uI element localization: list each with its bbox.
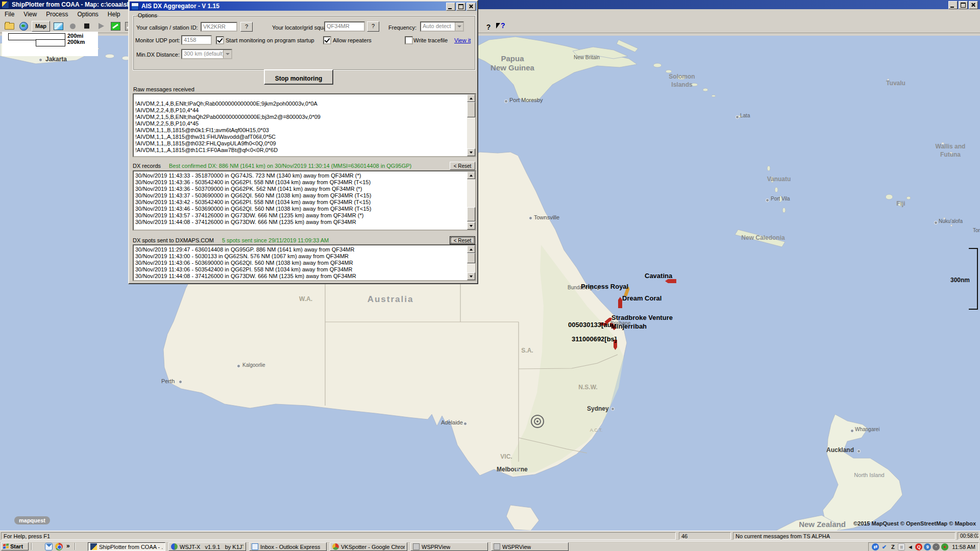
dx-spots-box[interactable]: 30/Nov/2019 11:29:47 - 636014408 in QG95… bbox=[133, 244, 476, 281]
menu-item-file[interactable]: File bbox=[0, 10, 19, 19]
allow-repeaters-checkbox[interactable] bbox=[323, 36, 331, 44]
taskbar-button-wsjtx[interactable]: WSJT-X v1.9.1 by K1JT bbox=[168, 542, 246, 551]
scroll-down-icon[interactable] bbox=[467, 272, 475, 280]
menu-item-options[interactable]: Options bbox=[73, 10, 103, 19]
dialog-minimize-button[interactable] bbox=[446, 3, 455, 11]
taskbar-button-shipplotter[interactable]: ShipPlotter from COAA - ... bbox=[88, 542, 165, 551]
options-legend: Options bbox=[136, 12, 159, 18]
globe-button[interactable] bbox=[17, 21, 30, 32]
city-dot bbox=[766, 198, 769, 202]
context-help-button[interactable]: ? bbox=[496, 21, 505, 30]
taskbar-button-wspr-5[interactable]: WSPRView bbox=[491, 542, 569, 551]
scroll-up-icon[interactable] bbox=[467, 245, 475, 253]
internet-explorer-icon[interactable] bbox=[35, 543, 42, 550]
quicktime-icon[interactable]: Q bbox=[915, 543, 922, 550]
city-dot bbox=[934, 221, 938, 224]
udp-port-input[interactable]: 4158 bbox=[181, 35, 212, 45]
raw-messages-list: !AIVDM,2,1,4,B,ENlt;IPaQh;Rab00000000000… bbox=[134, 94, 475, 154]
play-button[interactable] bbox=[95, 21, 107, 32]
map-label-jakarta: Jakarta bbox=[45, 56, 67, 63]
write-tracefile-checkbox[interactable] bbox=[405, 36, 413, 44]
dialog-maximize-button[interactable] bbox=[456, 3, 465, 11]
chrome-icon[interactable] bbox=[55, 543, 63, 550]
chrome-icon bbox=[332, 543, 339, 550]
dialog-close-button[interactable] bbox=[467, 3, 476, 11]
scroll-up-icon[interactable] bbox=[467, 94, 475, 102]
locator-help-button[interactable]: ? bbox=[367, 21, 379, 32]
ais-dx-aggregator-dialog: AIS DX Aggregator - V 1.15 Options Your … bbox=[128, 0, 478, 284]
dx-records-box[interactable]: 30/Nov/2019 11:43:33 - 351870000 in QG74… bbox=[133, 170, 476, 231]
map-scale-widget: 200mi 200km bbox=[2, 32, 98, 56]
start-button[interactable]: Start bbox=[1, 542, 29, 550]
scroll-down-icon[interactable] bbox=[467, 148, 475, 156]
stop-icon bbox=[84, 23, 89, 29]
map-label-north-island: North Island bbox=[854, 472, 884, 478]
map-label-lata: Lata bbox=[740, 113, 750, 118]
raw-messages-box[interactable]: !AIVDM,2,1,4,B,ENlt;IPaQh;Rab00000000000… bbox=[133, 93, 476, 157]
min-dx-select[interactable]: 300 km (default) bbox=[181, 49, 232, 59]
taskbar-button-label: Inbox - Outlook Express bbox=[260, 544, 320, 550]
taskbar-button-outlook[interactable]: Inbox - Outlook Express bbox=[249, 542, 327, 551]
menu-item-process[interactable]: Process bbox=[41, 10, 72, 19]
scrollbar[interactable] bbox=[467, 171, 475, 230]
map-label-whangarei: Whangarei bbox=[855, 427, 879, 432]
taskbar-button-wspr-4[interactable]: WSPRView bbox=[410, 542, 488, 551]
notes-icon[interactable]: ≡ bbox=[898, 543, 905, 550]
menu-item-view[interactable]: View bbox=[19, 10, 41, 19]
scrollbar-thumb[interactable] bbox=[467, 102, 475, 117]
scrollbar[interactable] bbox=[467, 245, 475, 280]
chart-view-button[interactable] bbox=[52, 21, 64, 32]
locator-input[interactable]: QF34MR bbox=[324, 21, 365, 32]
raw-message-line: !AIVDM,1,1,,A,1815@thw31:FHUWavodd@afT06… bbox=[134, 134, 475, 140]
start-monitoring-checkbox[interactable] bbox=[216, 36, 224, 44]
map-label-vanuatu: Vanuatu bbox=[767, 176, 791, 183]
antivirus-icon[interactable]: ● bbox=[941, 543, 948, 550]
volume-icon[interactable]: ◄ bbox=[906, 543, 914, 550]
network-icon[interactable]: 9 bbox=[924, 543, 931, 550]
chevron-down-icon[interactable] bbox=[223, 50, 231, 58]
scroll-down-icon[interactable] bbox=[467, 222, 475, 230]
scrollbar-thumb[interactable] bbox=[467, 207, 475, 221]
menu-item-help[interactable]: Help bbox=[103, 10, 125, 19]
dx-spot-row: 30/Nov/2019 11:43:06 - 503690000 in QG62… bbox=[134, 260, 475, 266]
station-location-marker bbox=[531, 415, 544, 428]
tools-button[interactable] bbox=[109, 21, 121, 32]
city-dot bbox=[850, 429, 854, 433]
taskbar-button-chrome[interactable]: VKSpotter - Google Chrome bbox=[330, 542, 407, 551]
help-button[interactable]: ? bbox=[482, 21, 495, 32]
scroll-up-icon[interactable] bbox=[467, 171, 475, 179]
stop-monitoring-button[interactable]: Stop monitoring bbox=[264, 69, 333, 85]
maximize-button[interactable] bbox=[959, 1, 968, 9]
dx-records-reset-button[interactable]: < Reset bbox=[450, 162, 475, 170]
open-file-button[interactable] bbox=[3, 21, 15, 32]
callsign-input[interactable]: VK2KRR bbox=[201, 22, 237, 32]
messenger-icon[interactable]: ✔ bbox=[880, 543, 888, 550]
frequency-select[interactable]: Auto detect bbox=[420, 21, 464, 32]
dx-spot-row: 30/Nov/2019 11:43:06 - 503542400 in QG62… bbox=[134, 266, 475, 273]
dx-spot-row: 30/Nov/2019 11:43:00 - 5030133 in QG62SN… bbox=[134, 253, 475, 260]
map-button[interactable]: Map bbox=[32, 21, 50, 32]
record-button[interactable] bbox=[66, 21, 79, 32]
stop-button-toolbar[interactable] bbox=[81, 21, 93, 32]
status-message: No current messages from TS ALPHA bbox=[733, 532, 955, 540]
quick-launch-overflow[interactable]: » bbox=[66, 542, 70, 549]
anydesk-icon[interactable]: Z bbox=[889, 543, 896, 550]
scrollbar[interactable] bbox=[467, 94, 475, 156]
teamviewer-icon[interactable]: ⇄ bbox=[872, 543, 879, 550]
scrollbar-thumb[interactable] bbox=[467, 253, 475, 263]
mail-icon[interactable] bbox=[45, 543, 53, 550]
close-button[interactable] bbox=[969, 1, 978, 9]
question-icon: ? bbox=[486, 23, 491, 31]
map-label-adelaide: Adelaide bbox=[441, 419, 463, 425]
view-it-link[interactable]: View it bbox=[454, 37, 471, 43]
callsign-help-button[interactable]: ? bbox=[240, 22, 253, 32]
scheduler-icon[interactable]: · bbox=[933, 543, 940, 550]
chevron-down-icon[interactable] bbox=[455, 22, 463, 31]
dx-records-header: DX records Best confirmed DX: 886 NM (16… bbox=[133, 163, 411, 169]
status-count: 46 bbox=[679, 532, 731, 540]
map-label-auckland: Auckland bbox=[826, 446, 854, 454]
minimize-button[interactable] bbox=[948, 1, 958, 9]
dx-spots-reset-button[interactable]: < Reset bbox=[450, 236, 475, 244]
city-dot bbox=[857, 449, 861, 453]
map-label-wallis-and: Wallis and bbox=[936, 143, 966, 150]
